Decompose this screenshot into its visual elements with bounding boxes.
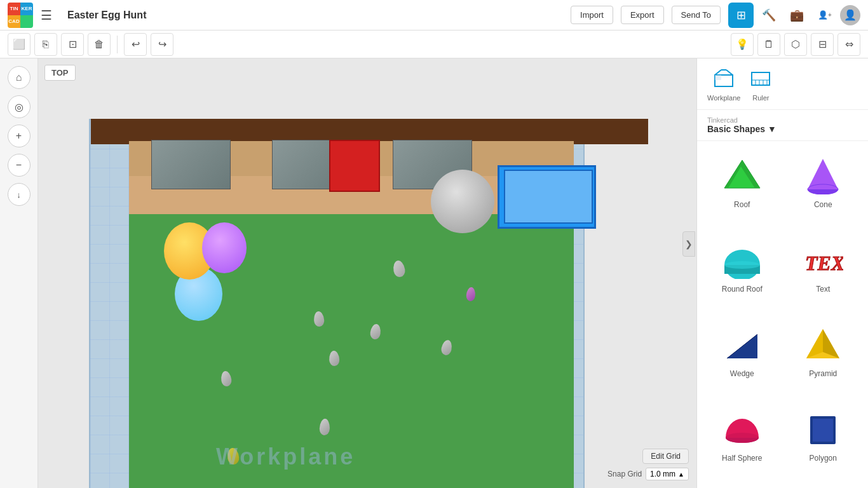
- right-panel: Workplane Ruler Tinker: [696, 58, 868, 488]
- half-sphere-icon: [720, 407, 764, 451]
- redo-button[interactable]: ↪: [151, 33, 173, 56]
- wedge-label: Wedge: [730, 369, 754, 378]
- cone-label: Cone: [814, 200, 832, 209]
- topbar: TIN KER CAD ☰ Easter Egg Hunt Import Exp…: [0, 0, 868, 30]
- right-top-tools: Workplane Ruler: [697, 58, 868, 110]
- snap-value[interactable]: 1.0 mm ▲: [646, 468, 689, 480]
- logo: TIN KER CAD: [8, 3, 33, 28]
- cone-icon: [801, 153, 845, 198]
- shape-polygon[interactable]: Polygon: [783, 400, 864, 483]
- undo-button[interactable]: ↩: [124, 33, 147, 56]
- shape-half-sphere[interactable]: Half Sphere: [702, 400, 782, 483]
- polygon-label: Polygon: [810, 454, 837, 463]
- import-button[interactable]: Import: [571, 6, 613, 24]
- gray-box-1: [151, 140, 231, 189]
- align-button[interactable]: ⊟: [811, 33, 834, 56]
- ruler-icon: [748, 66, 773, 92]
- round-roof-icon: [720, 238, 764, 282]
- wedge-icon: [720, 322, 764, 367]
- zoom-out-button[interactable]: −: [8, 154, 31, 177]
- polygon-icon: [801, 407, 845, 451]
- export-button[interactable]: Export: [621, 6, 664, 24]
- left-panel: ⌂ ◎ + − ↓: [0, 58, 38, 488]
- workplane-button[interactable]: Workplane: [707, 66, 740, 102]
- workplane-label: Workplane: [707, 94, 740, 102]
- round-roof-label: Round Roof: [722, 285, 763, 294]
- logo-tin: TIN: [8, 3, 20, 15]
- shape-cone[interactable]: Cone: [783, 146, 864, 229]
- category-label: Basic Shapes: [707, 124, 765, 134]
- balloon-purple: [202, 222, 247, 273]
- shape-roof[interactable]: Roof: [702, 146, 782, 229]
- gray-sphere: [431, 170, 494, 233]
- workplane-icon: [711, 66, 736, 92]
- logo-cad: CAD: [8, 15, 20, 28]
- text-label: Text: [816, 285, 830, 294]
- panel-collapse-button[interactable]: ❯: [682, 231, 695, 257]
- svg-rect-4: [715, 75, 721, 80]
- snap-grid-label: Snap Grid: [607, 470, 642, 478]
- mirror-button[interactable]: ⇔: [837, 33, 860, 56]
- tinkercad-label: Tinkercad: [707, 116, 776, 124]
- text-shape-icon: TEXT: [801, 238, 845, 282]
- ruler-button[interactable]: Ruler: [748, 66, 773, 102]
- note2-button[interactable]: ⬡: [784, 33, 807, 56]
- home-view-button[interactable]: ⌂: [8, 66, 31, 89]
- svg-line-2: [726, 70, 733, 75]
- zoom-in-button[interactable]: +: [8, 125, 31, 147]
- shape-pyramid[interactable]: Pyramid: [783, 315, 864, 398]
- snap-grid-row: Snap Grid 1.0 mm ▲: [607, 468, 689, 480]
- category-select[interactable]: Basic Shapes ▼: [707, 124, 776, 134]
- hammer-button[interactable]: 🔨: [756, 3, 782, 28]
- top-right-icons: ⊞ 🔨 💼 👤+ 👤: [728, 3, 860, 28]
- toolbar: ⬜ ⎘ ⊡ 🗑 ↩ ↪ 💡 🗒 ⬡ ⊟ ⇔: [0, 30, 868, 58]
- svg-rect-30: [813, 419, 833, 442]
- pyramid-label: Pyramid: [809, 369, 837, 378]
- grid-view-button[interactable]: ⊞: [728, 3, 754, 28]
- blue-box-inner: [504, 170, 593, 224]
- send-to-button[interactable]: Send To: [672, 6, 721, 24]
- shapes-grid: Roof Cone: [697, 141, 868, 488]
- half-sphere-label: Half Sphere: [722, 454, 762, 463]
- fit-button[interactable]: ↓: [8, 183, 31, 206]
- add-person-button[interactable]: 👤+: [812, 3, 837, 28]
- svg-point-28: [726, 433, 759, 443]
- snap-arrow-icon: ▲: [678, 471, 684, 478]
- edit-grid-button[interactable]: Edit Grid: [642, 449, 689, 464]
- shape-round-roof[interactable]: Round Roof: [702, 231, 782, 314]
- shape-text[interactable]: TEXT Text: [783, 231, 864, 314]
- svg-text:TEXT: TEXT: [805, 252, 843, 274]
- note-button[interactable]: 🗒: [757, 33, 780, 56]
- light-button[interactable]: 💡: [731, 33, 754, 56]
- dropdown-arrow-icon: ▼: [768, 124, 776, 134]
- copy-button[interactable]: ⎘: [34, 33, 57, 56]
- red-box: [329, 140, 380, 192]
- avatar[interactable]: 👤: [840, 5, 860, 25]
- logo-extra: [20, 15, 33, 28]
- toolbar-separator-1: [117, 36, 118, 53]
- delete-button[interactable]: 🗑: [88, 33, 111, 56]
- svg-line-1: [715, 70, 721, 75]
- logo-ker: KER: [20, 3, 33, 15]
- orbit-button[interactable]: ◎: [8, 95, 31, 118]
- right-panel-header: Tinkercad Basic Shapes ▼: [697, 110, 868, 141]
- bottom-controls: Edit Grid Snap Grid 1.0 mm ▲: [607, 449, 689, 480]
- main: ⌂ ◎ + − ↓ TOP: [0, 58, 868, 488]
- shape-wedge[interactable]: Wedge: [702, 315, 782, 398]
- svg-point-19: [724, 261, 760, 269]
- briefcase-button[interactable]: 💼: [784, 3, 810, 28]
- project-title: Easter Egg Hunt: [67, 10, 146, 21]
- paste-button[interactable]: ⊡: [61, 33, 84, 56]
- roof-icon: [720, 153, 764, 198]
- canvas-area[interactable]: TOP: [38, 58, 696, 488]
- scene: Workplane: [38, 58, 696, 488]
- pyramid-icon: [801, 322, 845, 367]
- snap-value-text: 1.0 mm: [650, 470, 675, 478]
- list-icon[interactable]: ☰: [41, 8, 52, 23]
- ruler-label: Ruler: [752, 94, 769, 102]
- svg-marker-14: [808, 159, 838, 189]
- new-button[interactable]: ⬜: [8, 33, 31, 56]
- roof-label: Roof: [734, 200, 750, 209]
